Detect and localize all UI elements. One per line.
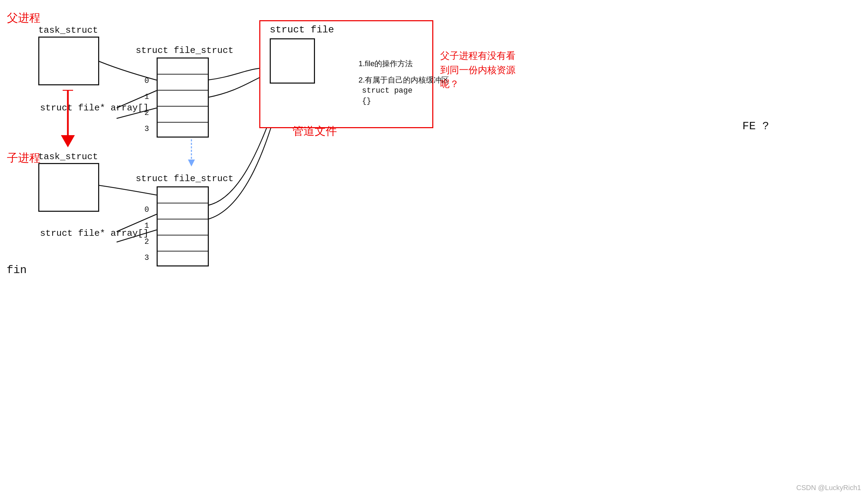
file-struct-bottom-label: struct file_struct: [136, 173, 234, 184]
array-top-label: struct file* array[]: [40, 103, 149, 113]
file-struct-bottom-box: [157, 186, 209, 266]
file-ops-label: 1.file的操作方法: [358, 59, 413, 69]
task-struct-bottom-box: [38, 163, 99, 212]
struct-file-label: struct file: [270, 24, 334, 35]
diagram-container: 父进程 task_struct struct file_struct 0123 …: [0, 0, 868, 496]
watermark: CSDN @LuckyRich1: [796, 484, 861, 492]
task-struct-top-box: [38, 37, 99, 85]
kernel-buf-label: 2.有属于自己的内核缓冲区: [358, 75, 449, 85]
parent-child-arrow: [61, 90, 82, 149]
connection-lines: [0, 0, 868, 496]
parent-process-label: 父进程: [7, 10, 40, 26]
braces-label: {}: [362, 97, 371, 106]
array-bottom-label: struct file* array[]: [40, 228, 149, 239]
task-struct-bottom-label: task_struct: [38, 152, 98, 162]
question-label: 父子进程有没有看到同一份内核资源呢？: [440, 49, 520, 91]
svg-marker-6: [188, 160, 195, 166]
task-struct-top-label: task_struct: [38, 25, 98, 36]
fin-label: fin: [7, 264, 27, 277]
struct-file-inner-box: [270, 38, 315, 84]
file-struct-top-box: [157, 57, 209, 138]
svg-marker-11: [61, 135, 75, 147]
file-struct-top-label: struct file_struct: [136, 45, 234, 56]
struct-page-label: struct page: [362, 86, 412, 95]
pipe-file-label: 管道文件: [292, 124, 337, 139]
child-process-label: 子进程: [7, 150, 40, 166]
fe-question-label: FE ?: [742, 120, 769, 133]
